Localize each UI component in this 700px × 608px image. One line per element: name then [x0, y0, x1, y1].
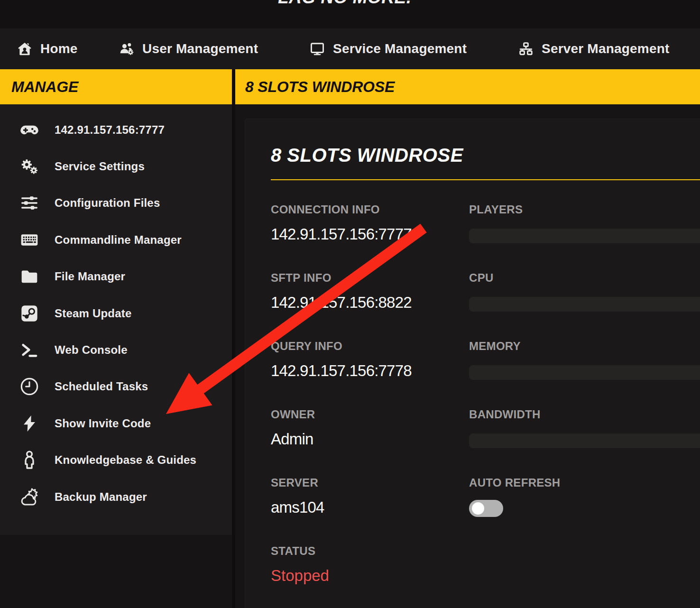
stat-block-players: PLAYERS: [469, 203, 700, 271]
hero-tagline: LAG NO MORE.: [278, 0, 411, 13]
info-value: 142.91.157.156:8822: [271, 293, 469, 313]
auto-refresh-label: AUTO REFRESH: [469, 476, 700, 490]
content-area: 8 SLOTS WINDROSE CONNECTION INFO142.91.1…: [235, 104, 700, 608]
info-value: Admin: [271, 429, 469, 450]
sidebar-item-label: Scheduled Tasks: [55, 380, 148, 393]
stat-label: MEMORY: [469, 339, 700, 353]
users-gear-icon: [119, 41, 135, 57]
sidebar-item-label: Steam Update: [55, 307, 131, 320]
sidebar-item-service-settings[interactable]: Service Settings: [0, 148, 232, 184]
sidebar-menu: 142.91.157.156:7777 Service Settings Con…: [0, 104, 232, 535]
gamepad-icon: [20, 120, 39, 139]
sidebar-item-label: Backup Manager: [55, 490, 147, 504]
info-block-connection-info: CONNECTION INFO142.91.157.156:7777: [271, 203, 469, 271]
nav-item-service-management[interactable]: Service Management: [309, 28, 467, 69]
auto-refresh-toggle[interactable]: [469, 500, 503, 517]
info-value: 142.91.157.156:7777: [271, 224, 469, 245]
terminal-icon: [20, 341, 39, 359]
desktop-icon: [309, 41, 325, 57]
keyboard-icon: [20, 230, 39, 249]
info-label: SFTP INFO: [271, 271, 469, 285]
progress-bar: [469, 297, 700, 312]
person-info-icon: [20, 451, 39, 470]
column-divider: [232, 69, 235, 608]
stat-block-memory: MEMORY: [469, 339, 700, 407]
service-title: 8 SLOTS WINDROSE: [271, 144, 700, 166]
sidebar-item-label: Show Invite Code: [55, 417, 151, 430]
top-nav: Home User Management Service Management …: [0, 28, 700, 69]
info-label: SERVER: [271, 476, 469, 490]
steam-icon: [20, 304, 39, 323]
sliders-icon: [20, 193, 39, 212]
info-block-status: STATUSStopped: [271, 544, 469, 608]
clock-icon: [20, 377, 39, 396]
info-value: 142.91.157.156:7778: [271, 361, 469, 381]
sidebar-item-web-console[interactable]: Web Console: [0, 332, 232, 368]
nav-item-label: Service Management: [333, 41, 467, 56]
cloud-backup-icon: [20, 488, 39, 507]
info-block-owner: OWNERAdmin: [271, 407, 469, 476]
stat-block-cpu: CPU: [469, 271, 700, 339]
sidebar-item-knowledgebase-guides[interactable]: Knowledgebase & Guides: [0, 442, 232, 479]
content-header: 8 SLOTS WINDROSE: [235, 69, 700, 104]
folder-icon: [20, 267, 39, 286]
info-block-sftp-info: SFTP INFO142.91.157.156:8822: [271, 271, 469, 339]
house-user-icon: [17, 41, 33, 57]
nav-item-label: Home: [40, 41, 78, 56]
nav-item-home[interactable]: Home: [17, 28, 78, 69]
nav-item-label: Server Management: [542, 41, 670, 56]
stat-label: BANDWIDTH: [469, 407, 700, 422]
sidebar-item-142-91-157-156-7777[interactable]: 142.91.157.156:7777: [0, 111, 232, 148]
sidebar-item-label: Knowledgebase & Guides: [55, 453, 196, 467]
sidebar-item-label: Configuration Files: [55, 196, 160, 210]
stat-block-bandwidth: BANDWIDTH: [469, 407, 700, 476]
status-value: Stopped: [271, 566, 469, 586]
progress-bar: [469, 365, 700, 380]
sidebar-header-label: MANAGE: [11, 78, 78, 96]
info-label: OWNER: [271, 407, 469, 422]
sidebar-item-backup-manager[interactable]: Backup Manager: [0, 479, 232, 515]
sitemap-icon: [518, 41, 534, 57]
sidebar-column: MANAGE 142.91.157.156:7777 Service Setti…: [0, 69, 232, 608]
service-card: 8 SLOTS WINDROSE CONNECTION INFO142.91.1…: [245, 119, 700, 608]
bolt-icon: [20, 414, 39, 433]
progress-bar: [469, 433, 700, 448]
sidebar-item-configuration-files[interactable]: Configuration Files: [0, 185, 232, 221]
sidebar-item-label: File Manager: [55, 270, 125, 283]
stat-label: PLAYERS: [469, 203, 700, 217]
sidebar-item-file-manager[interactable]: File Manager: [0, 258, 232, 295]
hero-banner: LAG NO MORE.: [0, 0, 700, 28]
info-grid: CONNECTION INFO142.91.157.156:7777SFTP I…: [271, 203, 700, 608]
sidebar-item-label: Service Settings: [55, 160, 145, 173]
sidebar-item-scheduled-tasks[interactable]: Scheduled Tasks: [0, 368, 232, 405]
stat-label: CPU: [469, 271, 700, 285]
sidebar-item-show-invite-code[interactable]: Show Invite Code: [0, 405, 232, 442]
title-underline: [271, 179, 700, 180]
nav-item-server-management[interactable]: Server Management: [518, 28, 670, 69]
info-label: QUERY INFO: [271, 339, 469, 353]
sidebar-item-label: Web Console: [55, 343, 128, 357]
gears-icon: [20, 157, 39, 176]
toggle-knob: [472, 502, 484, 515]
sidebar-item-label: Commandline Manager: [55, 233, 182, 247]
nav-item-label: User Management: [142, 41, 258, 56]
auto-refresh-block: AUTO REFRESH: [469, 476, 700, 544]
sidebar-item-steam-update[interactable]: Steam Update: [0, 295, 232, 332]
main-row: MANAGE 142.91.157.156:7777 Service Setti…: [0, 69, 700, 608]
content-header-label: 8 SLOTS WINDROSE: [245, 78, 395, 96]
nav-item-user-management[interactable]: User Management: [119, 28, 258, 69]
progress-bar: [469, 229, 700, 243]
sidebar-header: MANAGE: [0, 69, 232, 104]
sidebar-item-commandline-manager[interactable]: Commandline Manager: [0, 221, 232, 258]
info-value: ams104: [271, 497, 469, 518]
content-column: 8 SLOTS WINDROSE 8 SLOTS WINDROSE CONNEC…: [235, 69, 700, 608]
info-block-query-info: QUERY INFO142.91.157.156:7778: [271, 339, 469, 407]
sidebar-item-label: 142.91.157.156:7777: [55, 123, 165, 137]
info-label: STATUS: [271, 544, 469, 558]
info-label: CONNECTION INFO: [271, 203, 469, 217]
info-block-server: SERVERams104: [271, 476, 469, 544]
